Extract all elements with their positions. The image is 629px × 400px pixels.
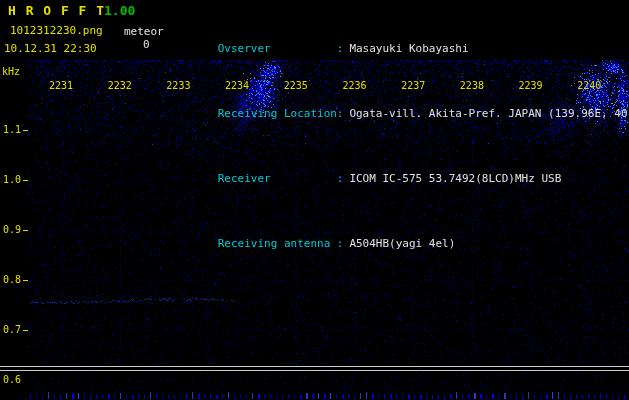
freq-label: 0.9 [3, 224, 21, 235]
time-label: 2236 [341, 80, 369, 91]
time-label: 2240 [575, 80, 603, 91]
info-separator: : [337, 172, 344, 185]
meteor-counter-value: 0 [143, 38, 150, 51]
time-label: 2239 [517, 80, 545, 91]
info-separator: : [337, 107, 344, 120]
info-value: Masayuki Kobayashi [349, 42, 468, 55]
info-value: Ogata-vill. Akita-Pref. JAPAN (139.96E, … [349, 107, 629, 120]
time-label: 2233 [164, 80, 192, 91]
info-row-observer: Ovserver:Masayuki Kobayashi [178, 29, 629, 68]
info-row-location: Receiving Location:Ogata-vill. Akita-Pre… [178, 94, 629, 133]
info-separator: : [337, 42, 344, 55]
divider-line-upper [0, 366, 629, 367]
freq-label: 1.0 [3, 174, 21, 185]
time-label: 2232 [106, 80, 134, 91]
time-label: 2234 [223, 80, 251, 91]
timestamp: 10.12.31 22:30 [4, 42, 97, 55]
app-version: 1.00 [104, 3, 135, 18]
station-info: Ovserver:Masayuki Kobayashi Receiving Lo… [178, 3, 629, 289]
freq-label: 0.7 [3, 324, 21, 335]
time-label: 2238 [458, 80, 486, 91]
freq-axis-unit: kHz [2, 66, 20, 77]
hrofft-window: H R O F F T 1.00 1012312230.png meteor 0… [0, 0, 629, 400]
time-label: 2235 [282, 80, 310, 91]
info-row-antenna: Receiving antenna:A504HB(yagi 4el) [178, 224, 629, 263]
info-label: Ovserver [218, 42, 337, 55]
freq-label: 1.1 [3, 124, 21, 135]
info-value: A504HB(yagi 4el) [349, 237, 455, 250]
info-label: Receiver [218, 172, 337, 185]
info-separator: : [337, 237, 344, 250]
freq-label: 0.8 [3, 274, 21, 285]
info-value: ICOM IC-575 53.7492(8LCD)MHz USB [349, 172, 561, 185]
meteor-counter-label: meteor [124, 25, 164, 38]
time-label: 2231 [47, 80, 75, 91]
info-label: Receiving antenna [218, 237, 337, 250]
output-filename: 1012312230.png [10, 24, 103, 37]
freq-label: 0.6 [3, 374, 21, 385]
app-title: H R O F F T [8, 3, 105, 18]
info-row-receiver: Receiver:ICOM IC-575 53.7492(8LCD)MHz US… [178, 159, 629, 198]
time-label: 2237 [399, 80, 427, 91]
divider-line-lower [0, 370, 629, 371]
info-label: Receiving Location [218, 107, 337, 120]
